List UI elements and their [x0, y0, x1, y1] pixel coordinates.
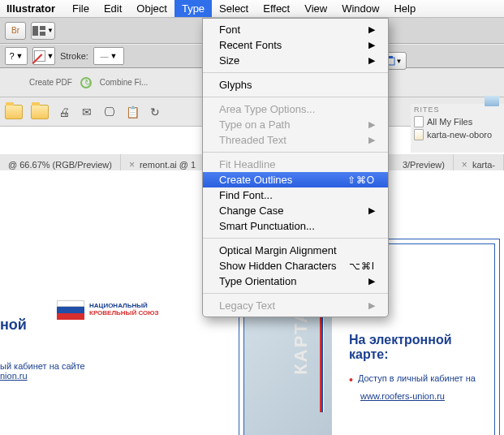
- menu-object[interactable]: Object: [129, 0, 174, 17]
- printer-icon[interactable]: 🖨: [57, 105, 71, 119]
- svg-rect-1: [40, 26, 45, 30]
- clipboard-icon[interactable]: 📋: [125, 105, 140, 119]
- menu-legacy-text: Legacy Text▶: [203, 298, 388, 313]
- stroke-label: Stroke:: [60, 51, 88, 61]
- menu-show-hidden[interactable]: Show Hidden Characters⌥⌘I: [203, 258, 388, 273]
- menu-optical-margin[interactable]: Optical Margin Alignment: [203, 243, 388, 258]
- circle-icon: ↻: [80, 77, 92, 88]
- truncated-label-combine: Combine Fi...: [100, 78, 148, 87]
- refresh-icon[interactable]: ↻: [148, 105, 162, 119]
- submenu-arrow-icon: ▶: [368, 40, 375, 50]
- menu-separator: [203, 72, 388, 73]
- close-icon[interactable]: ×: [129, 159, 135, 170]
- doc-icon: [414, 116, 424, 127]
- flag-icon: [57, 300, 84, 320]
- app-name: Illustrator: [6, 2, 55, 15]
- doc-icon: [414, 129, 424, 140]
- artwork-text: ной: [0, 317, 27, 333]
- favorites-allmyfiles[interactable]: All My Files: [414, 116, 501, 127]
- menu-area-type-options: Area Type Options...: [203, 101, 388, 117]
- menu-separator: [203, 293, 388, 294]
- menu-effect[interactable]: Effect: [256, 0, 297, 17]
- shortcut-label: ⇧⌘O: [347, 174, 375, 186]
- favorites-sidebar: RITES All My Files karta-new-oboro: [411, 104, 504, 153]
- menu-change-case[interactable]: Change Case▶: [203, 203, 388, 218]
- svg-rect-0: [32, 26, 38, 36]
- menu-type[interactable]: Type: [174, 0, 212, 17]
- folder-icon[interactable]: [31, 105, 49, 119]
- bullet-icon: •: [349, 373, 353, 386]
- menu-separator: [203, 152, 388, 153]
- submenu-arrow-icon: ▶: [368, 135, 375, 145]
- submenu-arrow-icon: ▶: [368, 55, 375, 66]
- menu-file[interactable]: File: [65, 0, 97, 17]
- menu-font[interactable]: Font▶: [203, 22, 388, 37]
- menu-separator: [203, 238, 388, 239]
- favorites-karta[interactable]: karta-new-oboro: [414, 129, 501, 140]
- mac-menubar: Illustrator File Edit Object Type Select…: [0, 0, 504, 18]
- artboard-left: ной НАЦИОНАЛЬНЫЙ КРОВЕЛЬНЫЙ СОЮЗ ый каби…: [0, 284, 195, 435]
- menu-threaded-text: Threaded Text▶: [203, 132, 388, 148]
- artwork-heading: карте:: [349, 347, 476, 362]
- menu-select[interactable]: Select: [212, 0, 256, 17]
- menu-create-outlines[interactable]: Create Outlines⇧⌘O: [203, 172, 388, 187]
- shortcut-label: ⌥⌘I: [349, 261, 375, 272]
- help-dropdown[interactable]: ?▼: [5, 47, 28, 65]
- artwork-link: www.roofers-union.ru: [360, 391, 445, 401]
- menu-glyphs[interactable]: Glyphs: [203, 77, 388, 93]
- menu-help[interactable]: Help: [386, 0, 423, 17]
- menu-recent-fonts[interactable]: Recent Fonts▶: [203, 37, 388, 53]
- submenu-arrow-icon: ▶: [368, 300, 375, 311]
- menu-edit[interactable]: Edit: [97, 0, 129, 17]
- type-menu-dropdown: Font▶ Recent Fonts▶ Size▶ Glyphs Area Ty…: [202, 18, 389, 317]
- folder-icon[interactable]: [5, 105, 23, 119]
- submenu-arrow-icon: ▶: [368, 119, 375, 130]
- arrange-icon: [32, 26, 45, 36]
- menu-size[interactable]: Size▶: [203, 53, 388, 68]
- artwork-text: ый кабинет на сайте: [0, 361, 85, 371]
- submenu-arrow-icon: ▶: [368, 205, 375, 216]
- bridge-button[interactable]: Br: [5, 22, 26, 40]
- artwork-text: nion.ru: [0, 371, 85, 381]
- monitor-icon[interactable]: 🖵: [102, 105, 117, 119]
- artwork-heading: На электронной: [349, 333, 476, 347]
- menu-fit-headline: Fit Headline: [203, 157, 388, 172]
- vertical-title: КАРТА: [291, 308, 312, 375]
- arrange-documents-button[interactable]: ▼: [31, 22, 55, 40]
- menu-window[interactable]: Window: [334, 0, 386, 17]
- menu-view[interactable]: View: [297, 0, 334, 17]
- menu-find-font[interactable]: Find Font...: [203, 187, 388, 203]
- menu-type-on-path: Type on a Path▶: [203, 117, 388, 132]
- menu-type-orientation[interactable]: Type Orientation▶: [203, 273, 388, 289]
- submenu-arrow-icon: ▶: [368, 24, 375, 35]
- menu-smart-punctuation[interactable]: Smart Punctuation...: [203, 218, 388, 234]
- favorites-header: RITES: [414, 106, 501, 114]
- svg-rect-2: [40, 32, 45, 36]
- artwork-bullet-text: Доступ в личный кабинет на: [358, 373, 476, 386]
- truncated-label-createpdf: Create PDF: [29, 78, 72, 87]
- mail-icon[interactable]: ✉: [80, 105, 94, 119]
- logo-text: НАЦИОНАЛЬНЫЙ КРОВЕЛЬНЫЙ СОЮЗ: [89, 303, 158, 317]
- stroke-weight[interactable]: —▼: [93, 47, 124, 65]
- close-icon[interactable]: ×: [462, 159, 467, 170]
- fill-swatch[interactable]: ▼: [32, 47, 55, 65]
- submenu-arrow-icon: ▶: [368, 276, 375, 286]
- folder-icon[interactable]: [485, 96, 499, 106]
- menu-separator: [203, 97, 388, 97]
